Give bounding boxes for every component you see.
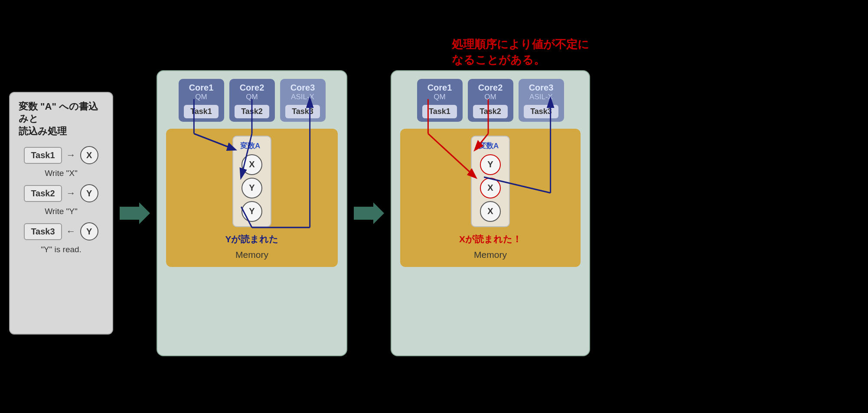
middle-core1-task: Task1 bbox=[184, 105, 219, 118]
task1-row: Task1 → X bbox=[24, 146, 98, 164]
task3-box: Task3 bbox=[24, 223, 62, 240]
main-container: 変数 "A" への書込みと読込み処理 Task1 → X Write "X" T… bbox=[9, 16, 859, 397]
task3-circle: Y bbox=[80, 222, 98, 241]
right-core2-task: Task2 bbox=[473, 105, 508, 118]
middle-core1-name: Core1 bbox=[189, 82, 214, 93]
right-mem-circle-1: X bbox=[480, 178, 501, 198]
right-result-label: Xが読まれた！ bbox=[459, 233, 522, 245]
right-var-label: 変数A bbox=[479, 141, 499, 151]
right-var-container: 変数A Y X X bbox=[471, 136, 510, 227]
middle-memory-label: Memory bbox=[235, 250, 268, 260]
task1-circle: X bbox=[80, 146, 98, 164]
warning-text: 処理順序により値が不定になることがある。 bbox=[452, 36, 589, 68]
middle-core3-task: Task3 bbox=[285, 105, 320, 118]
right-memory-area: 変数A Y X X Xが読まれた！ Memory bbox=[400, 129, 581, 267]
middle-core3-quality: ASIL-X bbox=[291, 93, 314, 101]
task2-box: Task2 bbox=[24, 185, 62, 202]
middle-memory-area: 変数A X Y Y Yが読まれた Memory bbox=[166, 129, 338, 267]
middle-core3-name: Core3 bbox=[290, 82, 315, 93]
svg-marker-0 bbox=[120, 202, 150, 224]
right-core1-name: Core1 bbox=[427, 82, 452, 93]
middle-core2: Core2 QM Task2 bbox=[229, 79, 275, 122]
task3-label: "Y" is read. bbox=[41, 245, 82, 254]
right-cores-row: Core1 QM Task1 Core2 QM Task2 Core3 ASIL… bbox=[400, 79, 581, 122]
right-core3: Core3 ASIL-X Task3 bbox=[519, 79, 564, 122]
right-core3-name: Core3 bbox=[529, 82, 554, 93]
middle-mem-circle-2: Y bbox=[241, 201, 262, 222]
middle-core2-task: Task2 bbox=[235, 105, 269, 118]
arrow2 bbox=[352, 200, 386, 226]
task2-arrow: → bbox=[66, 188, 76, 199]
arrow1 bbox=[117, 200, 152, 226]
right-core3-task: Task3 bbox=[524, 105, 558, 118]
middle-var-container: 変数A X Y Y bbox=[232, 136, 271, 227]
task2-row: Task2 → Y bbox=[24, 184, 98, 202]
middle-core1-quality: QM bbox=[195, 93, 207, 101]
svg-line-2 bbox=[194, 133, 235, 149]
task1-label: Write "X" bbox=[45, 169, 77, 178]
right-mem-circle-2: X bbox=[480, 201, 501, 222]
task2-circle: Y bbox=[80, 184, 98, 202]
middle-var-label: 変数A bbox=[240, 141, 260, 151]
right-core2: Core2 QM Task2 bbox=[468, 79, 513, 122]
right-memory-label: Memory bbox=[474, 250, 507, 260]
svg-marker-8 bbox=[354, 202, 384, 224]
right-core1-quality: QM bbox=[434, 93, 445, 101]
middle-core2-quality: QM bbox=[246, 93, 258, 101]
svg-line-12 bbox=[428, 133, 475, 177]
middle-mem-circle-1: Y bbox=[241, 178, 262, 198]
task1-arrow: → bbox=[66, 150, 76, 161]
middle-core3: Core3 ASIL-X Task3 bbox=[280, 79, 326, 122]
task1-box: Task1 bbox=[24, 147, 62, 164]
right-diagram: 処理順序により値が不定になることがある。 Core1 QM Task1 Core… bbox=[391, 70, 590, 356]
right-core1-task: Task1 bbox=[422, 105, 457, 118]
right-core1: Core1 QM Task1 bbox=[417, 79, 463, 122]
right-core3-quality: ASIL-X bbox=[529, 93, 553, 101]
middle-core2-name: Core2 bbox=[240, 82, 264, 93]
left-panel-title: 変数 "A" への書込みと読込み処理 bbox=[19, 101, 104, 138]
left-panel: 変数 "A" への書込みと読込み処理 Task1 → X Write "X" T… bbox=[9, 92, 113, 335]
middle-diagram: Core1 QM Task1 Core2 QM Task2 Core3 ASIL… bbox=[157, 70, 347, 356]
middle-cores-row: Core1 QM Task1 Core2 QM Task2 Core3 ASIL… bbox=[166, 79, 338, 122]
right-mem-circle-0: Y bbox=[480, 154, 501, 175]
right-core2-name: Core2 bbox=[478, 82, 503, 93]
middle-result-label: Yが読まれた bbox=[225, 233, 278, 245]
task3-arrow: ← bbox=[66, 226, 76, 237]
middle-core1: Core1 QM Task1 bbox=[179, 79, 224, 122]
right-core2-quality: QM bbox=[484, 93, 496, 101]
task3-row: Task3 ← Y bbox=[24, 222, 98, 241]
middle-mem-circle-0: X bbox=[241, 154, 262, 175]
task2-label: Write "Y" bbox=[45, 207, 77, 216]
